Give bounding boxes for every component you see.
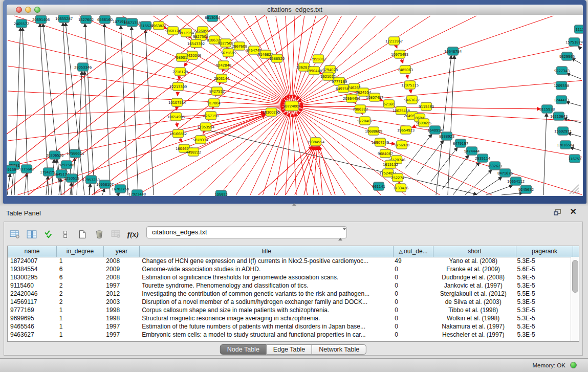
- graph-node[interactable]: 7963822: [151, 21, 166, 30]
- tab-edge-table[interactable]: Edge Table: [266, 344, 312, 355]
- table-row[interactable]: 2242004622012Investigating the contribut…: [8, 290, 571, 298]
- graph-node[interactable]: 9756928: [394, 141, 409, 149]
- graph-node[interactable]: 1244413: [554, 96, 569, 104]
- graph-node[interactable]: 9327508: [218, 39, 233, 47]
- graph-node[interactable]: 8471676: [497, 169, 513, 177]
- graph-node[interactable]: 7632621: [487, 162, 503, 170]
- graph-node[interactable]: 7986322: [353, 105, 368, 113]
- graph-node[interactable]: 9474444: [464, 147, 480, 155]
- graph-node[interactable]: 12213967: [385, 37, 403, 45]
- graph-node[interactable]: 1527602: [78, 15, 94, 24]
- graph-node[interactable]: 98901: [176, 53, 187, 61]
- table-selector-dropdown[interactable]: citations_edges.txt: [146, 226, 347, 238]
- select-all-button[interactable]: [41, 227, 56, 242]
- float-window-icon[interactable]: [554, 209, 561, 216]
- graph-node[interactable]: 9115460: [419, 102, 434, 111]
- graph-node[interactable]: 9297588: [59, 161, 74, 169]
- zoom-button[interactable]: [34, 7, 40, 13]
- column-header-year[interactable]: year: [104, 246, 140, 257]
- graph-node[interactable]: 8115938: [539, 105, 555, 113]
- graph-node[interactable]: 12923448: [128, 190, 146, 196]
- graph-node[interactable]: 105952: [214, 190, 228, 196]
- graph-node[interactable]: 10654112: [507, 177, 525, 185]
- graph-node[interactable]: 12353594: [197, 123, 215, 131]
- graph-node[interactable]: 9245652: [518, 185, 534, 193]
- graph-node[interactable]: 19166852: [169, 129, 187, 138]
- citation-graph[interactable]: 2405572206914061065528715276026466160107…: [7, 15, 583, 196]
- graph-node[interactable]: 8813054: [205, 15, 221, 21]
- graph-node[interactable]: 116753: [568, 155, 581, 163]
- graph-node[interactable]: 6479197: [453, 139, 468, 147]
- network-canvas[interactable]: 2405572206914061065528715276026466160107…: [7, 15, 583, 196]
- clear-selection-button[interactable]: [58, 227, 73, 242]
- close-button[interactable]: [16, 7, 22, 13]
- graph-node[interactable]: 5675685: [221, 49, 236, 57]
- graph-node[interactable]: 9329965: [559, 52, 575, 60]
- graph-node[interactable]: 917004: [207, 99, 221, 107]
- graph-node[interactable]: 1588520: [269, 54, 285, 62]
- graph-node[interactable]: 8267150: [203, 112, 219, 120]
- graph-node[interactable]: 1250515: [64, 174, 79, 182]
- column-header-pagerank[interactable]: pagerank: [516, 246, 573, 257]
- function-builder-button[interactable]: f(x): [125, 227, 141, 242]
- tab-node-table[interactable]: Node Table: [220, 344, 267, 355]
- graph-node[interactable]: 9463627: [404, 96, 420, 104]
- scrollbar-thumb[interactable]: [572, 260, 578, 293]
- table-row[interactable]: 1938455462009Genome-wide association stu…: [8, 265, 571, 273]
- graph-node[interactable]: 18724007: [283, 101, 300, 111]
- graph-node[interactable]: 2718120: [172, 68, 188, 76]
- graph-node[interactable]: 6466160: [97, 15, 113, 24]
- graph-node[interactable]: 961141: [372, 182, 385, 190]
- graph-node[interactable]: 1115682: [19, 165, 34, 173]
- graph-node[interactable]: 1990448: [307, 67, 322, 75]
- resize-grip-icon[interactable]: [570, 185, 579, 194]
- graph-node[interactable]: 8427552: [209, 87, 225, 95]
- table-row[interactable]: 1872400712008Changes of HCN gene express…: [8, 257, 571, 265]
- column-header-name[interactable]: name: [8, 246, 57, 257]
- graph-node[interactable]: 7955812: [311, 55, 326, 63]
- graph-node[interactable]: 20206526: [46, 151, 64, 159]
- table-row[interactable]: 1830029562008Estimation of significance …: [8, 273, 571, 281]
- panel-splitter[interactable]: [0, 204, 588, 207]
- graph-node[interactable]: 2803144: [214, 74, 230, 82]
- graph-node[interactable]: 8938923: [439, 132, 454, 140]
- graph-node[interactable]: 4498222: [186, 148, 201, 156]
- table-row[interactable]: 911546021997Tourette syndrome. Phenomeno…: [8, 281, 571, 290]
- show-columns-button[interactable]: [24, 227, 39, 242]
- table-row[interactable]: 946554611997Estimation of the future num…: [8, 322, 571, 331]
- graph-node[interactable]: 2405572: [14, 19, 29, 28]
- graph-node[interactable]: 10688609: [365, 127, 382, 135]
- column-header-in-degree[interactable]: in_degree: [57, 246, 104, 257]
- graph-node[interactable]: 9684067: [378, 149, 393, 158]
- graph-node[interactable]: 9242848: [216, 61, 231, 69]
- new-column-button[interactable]: [75, 227, 90, 242]
- graph-node[interactable]: 10655287: [55, 15, 73, 23]
- table-row[interactable]: 969969511998Structural magnetic resonanc…: [8, 314, 571, 322]
- table-row[interactable]: 1456911722003Disruption of a novel membe…: [8, 298, 571, 306]
- graph-node[interactable]: 5720407: [357, 117, 373, 125]
- graph-node[interactable]: 2935114: [475, 154, 491, 162]
- graph-node[interactable]: 16210643: [550, 112, 568, 120]
- graph-node[interactable]: 5878334: [193, 136, 209, 144]
- graph-node[interactable]: 8912954: [179, 29, 194, 37]
- table-mode-button[interactable]: [7, 227, 23, 242]
- graph-node[interactable]: 1209358: [554, 81, 569, 90]
- graph-node[interactable]: 7485063: [398, 65, 413, 74]
- graph-node[interactable]: 15692971: [554, 127, 572, 135]
- table-row[interactable]: 977716911998Corpus callosum shape and si…: [8, 306, 571, 314]
- vertical-scrollbar[interactable]: [571, 257, 579, 341]
- window-titlebar[interactable]: citations_edges.txt: [7, 5, 583, 15]
- table-row[interactable]: 946362711997Embryonic stem cells: a mode…: [8, 331, 571, 339]
- graph-node[interactable]: 2867608: [232, 42, 247, 50]
- graph-node[interactable]: 16782759: [112, 185, 129, 193]
- graph-node[interactable]: 62160: [383, 100, 394, 108]
- graph-node[interactable]: 1640954: [427, 126, 443, 134]
- tab-network-table[interactable]: Network Table: [312, 344, 366, 355]
- splitter-handle-icon[interactable]: [292, 203, 296, 206]
- close-panel-icon[interactable]: ✕: [570, 207, 577, 216]
- graph-node[interactable]: 1117: [575, 25, 583, 33]
- graph-node[interactable]: 1733426: [393, 184, 409, 192]
- graph-node[interactable]: 18907249: [372, 138, 389, 146]
- delete-table-button[interactable]: [108, 227, 124, 242]
- delete-columns-button[interactable]: [92, 227, 107, 242]
